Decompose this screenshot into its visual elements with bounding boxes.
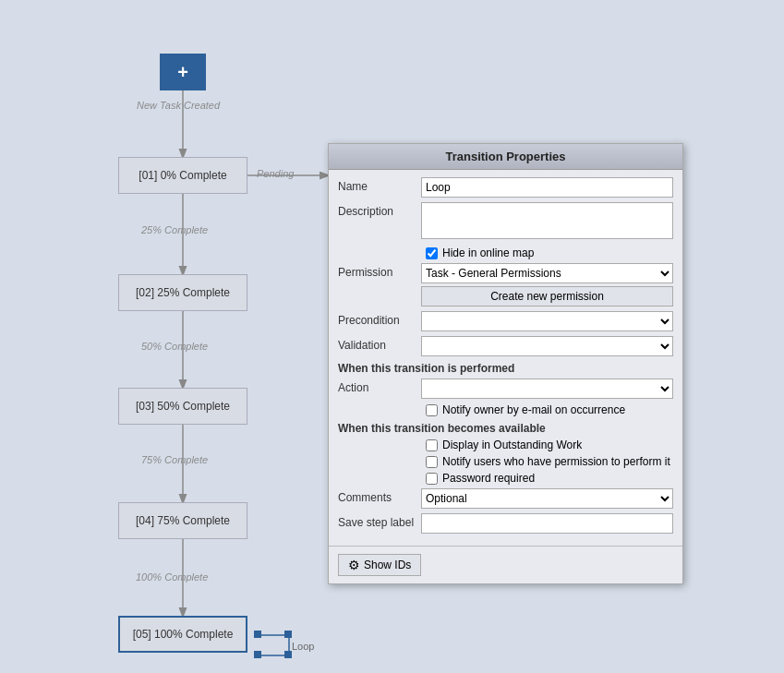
when-available-header: When this transition becomes available — [338, 422, 673, 435]
permission-control-wrap: Task - General Permissions Admin Custom … — [421, 263, 673, 306]
new-task-label: New Task Created — [137, 100, 220, 111]
save-step-row: Save step label — [338, 513, 673, 534]
conn-dot-2 — [284, 631, 292, 638]
hide-online-map-row: Hide in online map — [338, 246, 673, 259]
comments-control-wrap: Optional Required Hidden — [421, 488, 673, 509]
step-box-05[interactable]: [05] 100% Complete — [118, 616, 247, 653]
comments-label: Comments — [338, 488, 421, 504]
validation-row: Validation Val 1 — [338, 336, 673, 356]
conn-dot-4 — [284, 651, 292, 658]
panel-title: Transition Properties — [329, 144, 682, 170]
password-required-row: Password required — [338, 472, 673, 485]
step-box-01[interactable]: [01] 0% Complete — [118, 157, 247, 194]
gear-icon: ⚙ — [348, 558, 360, 572]
name-input[interactable] — [421, 177, 673, 198]
workflow-canvas: + New Task Created [01] 0% Complete [02]… — [0, 0, 784, 673]
notify-owner-label: Notify owner by e-mail on occurrence — [442, 403, 625, 416]
notify-owner-row: Notify owner by e-mail on occurrence — [338, 403, 673, 416]
validation-select[interactable]: Val 1 — [421, 336, 673, 356]
flow-label-50: 50% Complete — [141, 341, 208, 352]
flow-label-25: 25% Complete — [141, 224, 208, 235]
step-box-02[interactable]: [02] 25% Complete — [118, 274, 247, 311]
name-control-wrap — [421, 177, 673, 198]
display-outstanding-checkbox[interactable] — [426, 439, 438, 451]
precondition-row: Precondition Pre 1 — [338, 311, 673, 331]
save-step-input[interactable] — [421, 513, 673, 534]
save-step-label: Save step label — [338, 513, 421, 529]
action-control-wrap: Action 1 — [421, 379, 673, 399]
conn-dot-1 — [254, 631, 261, 638]
create-permission-button[interactable]: Create new permission — [421, 286, 673, 306]
comments-row: Comments Optional Required Hidden — [338, 488, 673, 509]
description-input[interactable] — [421, 202, 673, 239]
description-row: Description — [338, 202, 673, 242]
hide-online-map-checkbox[interactable] — [426, 247, 438, 259]
permission-row: Permission Task - General Permissions Ad… — [338, 263, 673, 306]
start-button[interactable]: + — [160, 54, 206, 90]
flow-label-75: 75% Complete — [141, 454, 208, 465]
description-control-wrap — [421, 202, 673, 242]
show-ids-button[interactable]: ⚙ Show IDs — [338, 554, 421, 576]
permission-select[interactable]: Task - General Permissions Admin Custom — [421, 263, 673, 283]
precondition-select[interactable]: Pre 1 — [421, 311, 673, 331]
notify-owner-checkbox[interactable] — [426, 404, 438, 416]
comments-select[interactable]: Optional Required Hidden — [421, 488, 673, 509]
action-label: Action — [338, 379, 421, 394]
display-outstanding-label: Display in Outstanding Work — [442, 439, 582, 451]
permission-label: Permission — [338, 263, 421, 279]
name-label: Name — [338, 177, 421, 193]
hide-online-map-label: Hide in online map — [442, 246, 534, 259]
conn-dot-3 — [254, 651, 261, 658]
loop-label: Loop — [292, 641, 314, 652]
name-row: Name — [338, 177, 673, 198]
plus-icon: + — [177, 62, 188, 83]
notify-users-label: Notify users who have permission to perf… — [442, 455, 670, 468]
password-required-label: Password required — [442, 472, 535, 485]
panel-footer: ⚙ Show IDs — [329, 546, 682, 583]
show-ids-label: Show IDs — [364, 559, 411, 571]
notify-users-checkbox[interactable] — [426, 456, 438, 468]
when-performed-header: When this transition is performed — [338, 362, 673, 375]
precondition-label: Precondition — [338, 311, 421, 327]
step-box-03[interactable]: [03] 50% Complete — [118, 388, 247, 425]
transition-properties-panel: Transition Properties Name Description — [328, 143, 683, 584]
validation-control-wrap: Val 1 — [421, 336, 673, 356]
pending-label: Pending — [257, 168, 294, 179]
panel-body: Name Description Hide in online map — [329, 170, 682, 546]
action-select[interactable]: Action 1 — [421, 379, 673, 399]
step-box-04[interactable]: [04] 75% Complete — [118, 502, 247, 539]
display-outstanding-row: Display in Outstanding Work — [338, 439, 673, 451]
save-step-control-wrap — [421, 513, 673, 534]
password-required-checkbox[interactable] — [426, 473, 438, 485]
validation-label: Validation — [338, 336, 421, 352]
precondition-control-wrap: Pre 1 — [421, 311, 673, 331]
action-row: Action Action 1 — [338, 379, 673, 399]
description-label: Description — [338, 202, 421, 218]
notify-users-row: Notify users who have permission to perf… — [338, 455, 673, 468]
flow-label-100: 100% Complete — [136, 571, 208, 583]
